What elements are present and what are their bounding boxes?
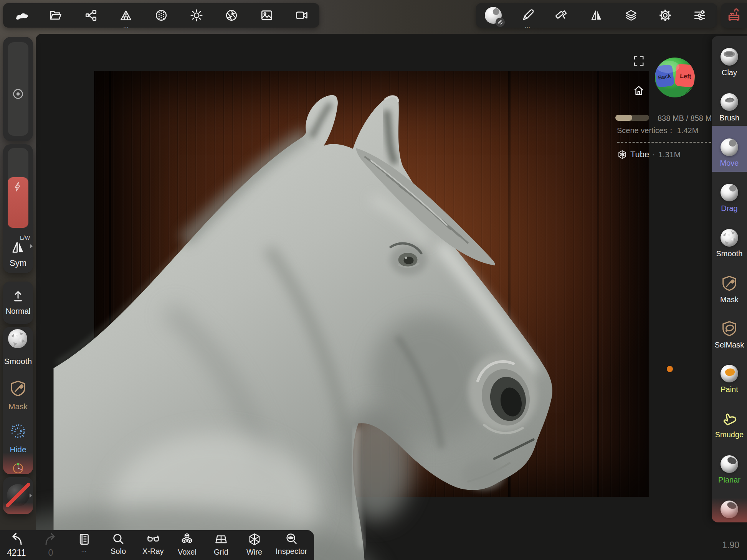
wire-button[interactable]: Wire — [246, 532, 262, 557]
mirror-symmetry-icon[interactable] — [585, 4, 608, 27]
voxel-button[interactable]: Voxel — [178, 532, 197, 557]
app-window: … … — [0, 0, 747, 560]
brush-move[interactable]: Move — [712, 138, 747, 168]
tool-mask-button[interactable] — [9, 379, 27, 398]
undo-button[interactable]: 4211 — [7, 532, 26, 558]
brush-panel: Clay Brush Move Drag Smooth Mask SelMask — [712, 36, 747, 522]
grid-button[interactable]: Grid — [214, 532, 228, 557]
object-separator: · — [652, 150, 655, 160]
wireframe-hexagon-icon — [248, 532, 261, 546]
multiresolution-pyramid-icon[interactable]: … — [114, 4, 137, 27]
material-gear-badge-icon — [496, 18, 505, 27]
tool-mask-label: Mask — [3, 402, 33, 411]
navigation-ball[interactable]: Back Left Bottom — [654, 57, 696, 98]
memory-usage-text: 838 MB / 858 M — [658, 114, 711, 123]
move-brush-icon — [721, 138, 738, 156]
history-notebook-button[interactable]: … — [78, 532, 91, 552]
xray-button[interactable]: X-Ray — [142, 532, 164, 556]
rock-sphere-icon — [8, 329, 27, 348]
brush-smudge[interactable]: Smudge — [712, 410, 747, 439]
scene-vertices-label: Scene vertices： — [617, 126, 675, 135]
brush-clay[interactable]: Clay — [712, 48, 747, 77]
lightning-icon — [12, 181, 23, 193]
lighting-sun-icon[interactable] — [185, 4, 208, 27]
brush-mask[interactable]: Mask — [712, 274, 747, 304]
drag-brush-icon — [721, 184, 738, 201]
memory-usage-bar — [615, 115, 649, 121]
arrow-up-icon — [12, 289, 24, 302]
normal-falloff-panel[interactable]: Normal — [3, 282, 33, 324]
sym-button[interactable] — [10, 239, 26, 255]
selected-object-row[interactable]: Tube · 1.31M — [617, 150, 681, 160]
nomad-logo-icon[interactable] — [9, 4, 32, 27]
wire-hexagon-icon — [617, 150, 627, 160]
undo-count: 4211 — [7, 548, 26, 558]
video-camera-icon[interactable] — [290, 4, 313, 27]
shield-brush-icon — [721, 274, 738, 293]
paint-roller-icon[interactable] — [550, 4, 573, 27]
chevron-right-icon[interactable] — [29, 243, 34, 249]
nav-face-left[interactable]: Left — [680, 72, 692, 80]
sym-label: Sym — [3, 258, 33, 268]
circle-dot-icon — [12, 87, 25, 100]
solo-button[interactable]: Solo — [111, 532, 126, 556]
brush-paint[interactable]: Paint — [712, 365, 747, 394]
brush-stroke-indicator-dot — [667, 366, 673, 372]
left-tools-panel: Smooth Mask Hide — [3, 327, 33, 474]
voxel-cubes-icon — [180, 532, 194, 546]
chevron-right-icon[interactable] — [28, 492, 33, 499]
toolbox-bar — [721, 3, 747, 28]
top-right-toolbar: … — [476, 3, 717, 28]
normal-label: Normal — [3, 307, 33, 316]
object-name: Tube — [630, 150, 649, 160]
files-folder-icon[interactable] — [44, 4, 67, 27]
redo-count: 0 — [48, 548, 53, 558]
panel-fade — [3, 502, 33, 514]
brush-selmask[interactable]: SelMask — [712, 320, 747, 349]
top-left-toolbar: … — [3, 3, 319, 28]
undo-icon — [9, 532, 24, 546]
topology-sphere-icon[interactable] — [150, 4, 173, 27]
render-aperture-icon[interactable] — [220, 4, 243, 27]
tool-smooth-button[interactable] — [8, 329, 28, 348]
scene-vertices-value: 1.42M — [677, 126, 699, 135]
scene-vertices-text: Scene vertices： 1.42M — [617, 125, 698, 136]
alpha-texture-panel — [3, 477, 33, 514]
panel-fade — [712, 498, 747, 522]
overlay-separator — [617, 142, 711, 143]
brush-drag[interactable]: Drag — [712, 184, 747, 213]
redo-button[interactable]: 0 — [43, 532, 58, 558]
settings-gear-icon[interactable] — [654, 4, 677, 27]
viewport-canvas[interactable] — [36, 34, 747, 560]
glasses-icon — [146, 532, 160, 545]
scene-graph-icon[interactable] — [79, 4, 102, 27]
background-image-icon[interactable] — [255, 4, 278, 27]
tool-hide-button[interactable] — [9, 422, 27, 440]
gizmo-icon-partial[interactable] — [12, 462, 25, 474]
overflow-dots: … — [81, 548, 87, 552]
tool-smooth-label: Smooth — [3, 357, 33, 366]
inspector-button[interactable]: Inspector — [276, 532, 307, 556]
planar-brush-icon — [721, 455, 738, 473]
home-view-icon[interactable] — [633, 85, 645, 96]
grid-icon — [214, 532, 228, 546]
inspector-eye-magnifier-icon — [284, 532, 298, 545]
fullscreen-icon[interactable] — [633, 55, 645, 67]
intensity-sym-panel: L/W Sym — [3, 144, 33, 273]
memory-usage-fill — [615, 115, 632, 121]
radius-slider-panel — [3, 37, 33, 141]
toolbox-icon[interactable] — [722, 4, 745, 27]
stroke-pencil-icon[interactable]: … — [516, 4, 539, 27]
brush-brush[interactable]: Brush — [712, 93, 747, 122]
layers-icon[interactable] — [620, 4, 643, 27]
material-matcap-icon[interactable] — [482, 4, 505, 27]
horse-sculpture[interactable] — [36, 34, 747, 560]
redo-icon — [43, 532, 58, 546]
brush-planar[interactable]: Planar — [712, 455, 747, 484]
smooth-brush-icon — [721, 229, 738, 247]
brush-smooth[interactable]: Smooth — [712, 229, 747, 258]
smudge-finger-icon — [721, 410, 738, 428]
dotted-circle-icon — [9, 422, 27, 440]
paint-brush-icon — [721, 365, 738, 382]
interface-sliders-icon[interactable] — [688, 4, 711, 27]
